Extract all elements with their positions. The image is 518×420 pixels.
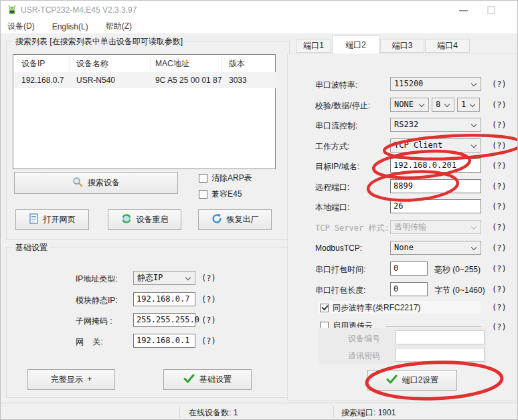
help-link[interactable]: (?)	[492, 264, 507, 274]
pack-time-label: 串口打包时间:	[315, 264, 365, 276]
subnet-mask-input[interactable]: 255.255.255.0	[133, 313, 195, 327]
app-window: USR-TCP232-M4,E45 V2.3.3.97 设备(D) Englis…	[0, 0, 518, 420]
pack-length-unit: 字节 (0~1460)	[434, 285, 485, 296]
clear-arp-checkbox[interactable]: 清除ARP表	[199, 173, 252, 184]
static-ip-input[interactable]: 192.168.0.7	[133, 292, 195, 306]
ip-type-value: 静态IP	[137, 273, 163, 282]
col-header-ip[interactable]: 设备IP	[21, 55, 45, 72]
tab-port3[interactable]: 端口3	[380, 39, 424, 53]
col-header-mac[interactable]: MAC地址	[155, 55, 189, 72]
tab-port1[interactable]: 端口1	[296, 39, 331, 53]
clear-arp-label: 清除ARP表	[211, 173, 252, 184]
online-device-count: 在线设备数: 1	[189, 407, 238, 419]
cell-device-ip[interactable]: 192.168.0.7	[21, 72, 64, 88]
flow-control-select[interactable]: RS232	[390, 118, 481, 132]
device-id-label: 设备编号	[348, 333, 380, 344]
pack-time-unit: 毫秒 (0~255)	[434, 264, 481, 276]
checkbox-box[interactable]	[320, 304, 329, 312]
cell-mac[interactable]: 9C A5 25 00 01 87	[155, 72, 222, 88]
checkbox-box[interactable]	[199, 174, 207, 183]
comm-password-label: 通讯密码	[348, 350, 380, 362]
stop-bits-select[interactable]: 1	[457, 98, 480, 112]
tab-port4[interactable]: 端口4	[425, 39, 470, 53]
device-restart-button[interactable]: 设备重启	[108, 209, 181, 230]
menu-device[interactable]: 设备(D)	[7, 21, 35, 32]
column-divider	[151, 57, 151, 71]
parity-label: 校验/数据/停止:	[315, 100, 370, 112]
ip-type-label: IP地址类型:	[76, 274, 118, 285]
help-link[interactable]: (?)	[492, 161, 507, 171]
modbus-tcp-select[interactable]: None	[390, 241, 481, 255]
check-icon	[386, 375, 398, 386]
pack-length-input[interactable]: 0	[390, 282, 428, 296]
dest-ip-input[interactable]: 192.168.0.201	[390, 159, 481, 173]
chevron-down-icon	[419, 102, 424, 107]
baud-rate-select[interactable]: 115200	[390, 77, 481, 91]
window-title: USR-TCP232-M4,E45 V2.3.3.97	[21, 5, 137, 15]
e45-compat-checkbox[interactable]: 兼容E45	[199, 189, 242, 200]
data-bits-select[interactable]: 8	[432, 98, 454, 112]
help-link[interactable]: (?)	[201, 274, 216, 283]
gateway-label: 网 关:	[76, 336, 103, 348]
factory-reset-button[interactable]: 恢复出厂	[198, 209, 272, 230]
baud-rate-label: 串口波特率:	[315, 80, 357, 91]
checkbox-box[interactable]	[199, 190, 207, 199]
work-mode-select[interactable]: TCP Client	[390, 138, 481, 152]
column-divider	[222, 57, 222, 71]
help-link[interactable]: (?)	[492, 202, 507, 211]
chevron-down-icon	[471, 81, 477, 86]
help-link[interactable]: (?)	[492, 120, 507, 130]
col-header-name[interactable]: 设备名称	[76, 55, 108, 72]
remote-port-input[interactable]: 8899	[390, 179, 481, 193]
pack-length-label: 串口打包长度:	[315, 285, 365, 296]
chevron-down-icon	[444, 102, 450, 107]
help-link[interactable]: (?)	[492, 141, 507, 150]
subnet-mask-label: 子网掩码 :	[76, 316, 112, 327]
device-table[interactable]: 设备IP 设备名称 MAC地址 版本 192.168.0.7 USR-N540 …	[13, 54, 276, 169]
full-display-button[interactable]: 完整显示 +	[27, 369, 115, 390]
factory-reset-icon	[211, 213, 222, 226]
basic-settings-apply-label: 基础设置	[199, 374, 232, 385]
parity-select[interactable]: NONE	[390, 98, 429, 112]
help-link[interactable]: (?)	[492, 322, 507, 332]
help-link[interactable]: (?)	[492, 182, 507, 191]
col-header-version[interactable]: 版本	[229, 55, 245, 72]
help-link[interactable]: (?)	[492, 100, 507, 110]
open-webpage-button[interactable]: 打开网页	[15, 209, 89, 230]
help-link[interactable]: (?)	[201, 295, 216, 304]
tcp-server-style-label: TCP Server 样式:	[315, 223, 390, 234]
pack-time-input[interactable]: 0	[390, 261, 428, 276]
minimize-button[interactable]	[459, 10, 468, 11]
sync-baud-checkbox[interactable]: 同步波特率(类RFC2217)	[320, 302, 420, 314]
search-device-button[interactable]: 搜索设备	[14, 172, 178, 194]
maximize-button[interactable]	[487, 6, 495, 14]
help-link[interactable]: (?)	[492, 285, 507, 294]
column-divider	[70, 57, 70, 71]
cell-version[interactable]: 3033	[229, 72, 247, 88]
menu-help[interactable]: 帮助(Z)	[106, 21, 132, 32]
basic-settings-title: 基础设置	[13, 242, 50, 253]
search-icon	[72, 177, 83, 189]
cell-device-name[interactable]: USR-N540	[76, 72, 115, 88]
help-link[interactable]: (?)	[492, 80, 507, 89]
app-logo-icon	[6, 4, 18, 18]
flow-control-label: 串口流控制:	[315, 120, 357, 132]
menu-english[interactable]: English(L)	[52, 22, 88, 31]
ip-type-select[interactable]: 静态IP	[133, 271, 195, 285]
help-link[interactable]: (?)	[201, 316, 216, 325]
basic-settings-apply-button[interactable]: 基础设置	[163, 369, 252, 390]
search-port-status: 搜索端口: 1901	[341, 407, 396, 419]
help-link[interactable]: (?)	[492, 303, 507, 312]
port2-settings-button[interactable]: 端口2设置	[367, 370, 457, 391]
group-divider	[386, 326, 481, 327]
help-link[interactable]: (?)	[492, 243, 507, 253]
help-link[interactable]: (?)	[201, 336, 216, 346]
sync-baud-label: 同步波特率(类RFC2217)	[333, 302, 420, 314]
device-id-input	[396, 330, 485, 344]
tab-port2[interactable]: 端口2	[332, 35, 379, 54]
e45-compat-label: 兼容E45	[211, 189, 242, 200]
local-port-input[interactable]: 26	[390, 199, 481, 213]
gateway-input[interactable]: 192.168.0.1	[133, 334, 195, 348]
status-bar: 在线设备数: 1 搜索端口: 1901	[1, 403, 517, 420]
help-link[interactable]: (?)	[492, 223, 507, 232]
